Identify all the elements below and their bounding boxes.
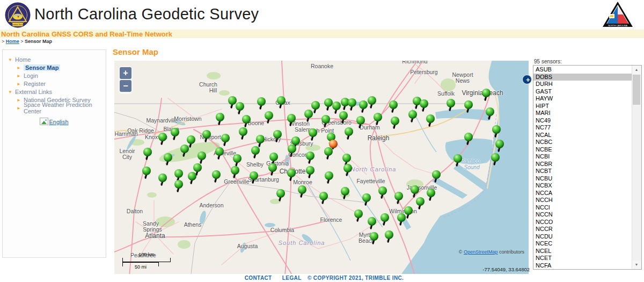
scrollbar-thumb[interactable] — [633, 75, 640, 105]
sensor-option-nccn[interactable]: NCCN — [533, 211, 632, 219]
attribution-expand-button[interactable]: + — [522, 75, 532, 84]
map-marker[interactable] — [416, 197, 425, 212]
map-marker[interactable] — [251, 146, 260, 161]
sensor-option-ncdu[interactable]: NCDU — [533, 233, 632, 241]
sensor-option-ncfa[interactable]: NCFA — [533, 262, 632, 270]
map-marker[interactable] — [164, 153, 172, 168]
map-marker[interactable] — [143, 148, 152, 162]
map-marker[interactable] — [158, 173, 167, 188]
contact-link[interactable]: CONTACT — [245, 275, 272, 281]
map-marker[interactable] — [321, 115, 330, 129]
map-marker[interactable] — [171, 128, 179, 142]
sidebar-section-home[interactable]: ▼Home — [8, 56, 104, 63]
map-marker[interactable] — [309, 128, 317, 143]
map-marker[interactable] — [304, 110, 313, 124]
map-marker[interactable] — [288, 144, 296, 159]
sensor-option-ncch[interactable]: NCCH — [533, 197, 632, 204]
map-marker[interactable] — [221, 134, 230, 148]
sensor-option-ncbx[interactable]: NCBX — [533, 182, 632, 190]
map-marker[interactable] — [180, 144, 189, 159]
map-marker[interactable] — [343, 164, 352, 178]
legal-link[interactable]: LEGAL — [282, 275, 302, 281]
map-marker[interactable] — [404, 206, 413, 221]
sensor-option-ncbt[interactable]: NCBT — [533, 168, 632, 175]
language-link[interactable]: English — [49, 119, 68, 125]
sensor-option-ncca[interactable]: NCCA — [533, 190, 632, 197]
map-canvas[interactable]: RoanokeRichmondPetersburgNewportNewsSuff… — [114, 61, 529, 274]
sensor-option-asub[interactable]: ASUB — [533, 66, 632, 74]
map-marker[interactable] — [142, 167, 151, 181]
map-marker[interactable] — [345, 127, 353, 142]
map-marker[interactable] — [324, 98, 333, 113]
map-marker[interactable] — [236, 102, 244, 117]
map-marker[interactable] — [325, 171, 333, 186]
map-marker[interactable] — [276, 189, 285, 204]
map-marker[interactable] — [341, 187, 349, 201]
zoom-out-button[interactable]: − — [120, 80, 131, 92]
map-marker[interactable] — [216, 113, 224, 127]
map-marker[interactable] — [174, 180, 183, 194]
sensor-option-ncel[interactable]: NCEL — [533, 248, 632, 255]
map-marker[interactable] — [370, 232, 378, 247]
map-marker[interactable] — [339, 111, 348, 126]
map-marker[interactable] — [257, 97, 266, 112]
sensor-option-nccr[interactable]: NCCR — [533, 226, 632, 233]
map-marker[interactable] — [391, 117, 399, 131]
sensor-option-ncco[interactable]: NCCO — [533, 219, 632, 226]
map-marker[interactable] — [359, 100, 368, 115]
sensor-option-nc49[interactable]: NC49 — [533, 117, 632, 125]
map-marker[interactable] — [374, 113, 382, 127]
map-marker[interactable] — [426, 114, 435, 129]
sensor-listbox[interactable]: ASUBDOBSDURHGASTHAYWHIPTMARINC49NC77NCAL… — [533, 65, 642, 270]
map-marker[interactable] — [250, 171, 258, 186]
scrollbar[interactable]: ▲ ▼ — [632, 66, 641, 269]
sidebar-item-space-weather-prediction-center[interactable]: ►Space Weather Prediction Center — [8, 105, 104, 111]
map-marker[interactable] — [492, 125, 501, 140]
map-marker[interactable] — [464, 100, 473, 115]
sensor-option-hayw[interactable]: HAYW — [533, 95, 632, 103]
sidebar-item-login[interactable]: ►Login — [8, 73, 104, 79]
map-marker[interactable] — [277, 96, 286, 111]
map-marker[interactable] — [491, 153, 500, 168]
sensor-option-durh[interactable]: DURH — [533, 81, 632, 88]
map-marker-selected[interactable] — [329, 140, 338, 154]
map-marker[interactable] — [231, 166, 239, 180]
map-marker[interactable] — [354, 209, 363, 224]
map-marker[interactable] — [319, 192, 328, 206]
map-marker[interactable] — [378, 186, 387, 201]
map-marker[interactable] — [447, 99, 455, 113]
map-marker[interactable] — [380, 213, 389, 228]
openstreetmap-link[interactable]: OpenStreetMap — [464, 249, 498, 255]
sensor-option-ncbu[interactable]: NCBU — [533, 175, 632, 183]
map-marker[interactable] — [432, 170, 441, 185]
map-marker[interactable] — [495, 140, 504, 154]
map-marker[interactable] — [453, 154, 462, 169]
scroll-up-icon[interactable]: ▲ — [632, 66, 641, 74]
sensor-option-nc77[interactable]: NC77 — [533, 124, 632, 132]
map-marker[interactable] — [486, 107, 494, 122]
sensor-option-mari[interactable]: MARI — [533, 110, 632, 117]
sensor-option-ncbe[interactable]: NCBE — [533, 146, 632, 154]
map-marker[interactable] — [298, 185, 306, 200]
map-marker[interactable] — [368, 217, 376, 232]
map-marker[interactable] — [215, 147, 224, 162]
sensor-option-hipt[interactable]: HIPT — [533, 103, 632, 110]
sensor-option-ncal[interactable]: NCAL — [533, 132, 632, 139]
zoom-in-button[interactable]: + — [120, 67, 131, 79]
sensor-option-dobs[interactable]: DOBS — [533, 74, 632, 81]
map-marker[interactable] — [158, 133, 167, 147]
map-marker[interactable] — [273, 130, 282, 144]
map-marker[interactable] — [306, 166, 314, 180]
map-marker[interactable] — [265, 111, 273, 126]
sidebar-item-sensor-map[interactable]: ►Sensor Map — [8, 64, 104, 71]
map-marker[interactable] — [348, 98, 356, 113]
sidebar-item-register[interactable]: ►Register — [8, 81, 104, 87]
map-marker[interactable] — [362, 193, 371, 208]
map-marker[interactable] — [482, 89, 491, 103]
map-marker[interactable] — [368, 96, 376, 111]
map-marker[interactable] — [420, 99, 428, 114]
map-marker[interactable] — [287, 114, 296, 128]
map-marker[interactable] — [385, 230, 393, 245]
map-marker[interactable] — [287, 169, 296, 183]
sensor-option-ncet[interactable]: NCET — [533, 255, 632, 262]
